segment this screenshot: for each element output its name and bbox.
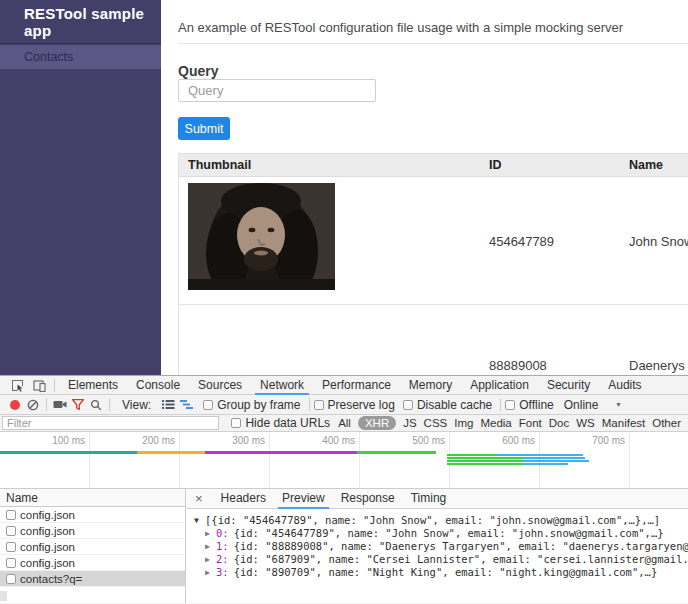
detail-tab-response[interactable]: Response	[333, 489, 403, 509]
checkbox-icon[interactable]	[6, 574, 16, 584]
json-root-line[interactable]: ▼ [{id: "454647789", name: "John Snow", …	[194, 514, 688, 527]
requests-panel: Name config.json config.json config.json…	[0, 489, 186, 603]
filter-type-css[interactable]: CSS	[424, 417, 448, 429]
record-icon[interactable]	[6, 397, 24, 413]
page-description: An example of RESTool configuration file…	[178, 20, 623, 35]
timeline-tick-label: 500 ms	[385, 435, 445, 446]
filter-type-img[interactable]: Img	[454, 417, 473, 429]
checkbox-icon[interactable]	[6, 542, 16, 552]
devtools-tab-network[interactable]: Network	[251, 376, 313, 395]
hide-data-urls-label: Hide data URLs	[245, 416, 330, 430]
network-overview-timeline[interactable]: 100 ms200 ms300 ms400 ms500 ms600 ms700 …	[0, 432, 688, 489]
filter-type-manifest[interactable]: Manifest	[602, 417, 645, 429]
filter-type-doc[interactable]: Doc	[549, 417, 569, 429]
filter-input[interactable]	[2, 416, 219, 430]
checkbox-icon[interactable]	[231, 418, 241, 428]
submit-button[interactable]: Submit	[178, 117, 230, 140]
expanded-arrow-icon[interactable]: ▼	[194, 514, 205, 527]
json-index: 3:	[216, 566, 229, 579]
detail-tab-preview[interactable]: Preview	[274, 489, 333, 509]
json-item-line[interactable]: ▶ 1: {id: "88889008", name: "Daenerys Ta…	[194, 540, 688, 553]
json-item-line[interactable]: ▶ 0: {id: "454647789", name: "John Snow"…	[194, 527, 688, 540]
timeline-gridline	[179, 432, 180, 488]
timeline-gridline	[269, 432, 270, 488]
throttling-value: Online	[564, 398, 599, 412]
capture-screenshots-icon[interactable]	[51, 397, 69, 413]
request-row-config-json[interactable]: config.json	[0, 539, 185, 555]
checkbox-icon[interactable]	[505, 400, 515, 410]
overview-activity-segment	[137, 451, 205, 454]
checkbox-icon[interactable]	[314, 400, 324, 410]
device-toolbar-icon[interactable]	[28, 377, 50, 393]
filter-type-xhr[interactable]: XHR	[358, 416, 396, 430]
devtools-tab-application[interactable]: Application	[461, 376, 538, 395]
request-label: config.json	[20, 525, 75, 537]
hide-data-urls-checkbox[interactable]: Hide data URLs	[231, 416, 338, 430]
query-input[interactable]	[178, 79, 376, 102]
json-item-line[interactable]: ▶ 2: {id: "687909", name: "Cersei Lannis…	[194, 553, 688, 566]
devtools-tab-performance[interactable]: Performance	[313, 376, 400, 395]
json-text: {id: "454647789", name: "John Snow", ema…	[234, 527, 664, 540]
disable-cache-checkbox[interactable]: Disable cache	[403, 398, 492, 412]
checkbox-icon[interactable]	[6, 526, 16, 536]
devtools-tab-security[interactable]: Security	[538, 376, 599, 395]
collapsed-arrow-icon[interactable]: ▶	[205, 540, 216, 553]
query-label: Query	[178, 63, 218, 79]
overview-activity-segment	[357, 451, 436, 454]
separator	[46, 398, 47, 411]
scrollbar-thumb[interactable]	[0, 591, 7, 601]
request-row-contacts[interactable]: contacts?q=	[0, 571, 185, 587]
detail-tab-timing[interactable]: Timing	[403, 489, 455, 509]
john-snow-thumbnail-image	[188, 183, 335, 290]
devtools-tab-audits[interactable]: Audits	[599, 376, 650, 395]
group-by-frame-label: Group by frame	[217, 398, 300, 412]
checkbox-icon[interactable]	[203, 400, 213, 410]
filter-funnel-icon[interactable]	[69, 397, 87, 413]
devtools-tab-elements[interactable]: Elements	[59, 376, 127, 395]
filter-type-ws[interactable]: WS	[576, 417, 595, 429]
column-header-name: Name	[629, 158, 663, 172]
filter-type-other[interactable]: Other	[652, 417, 681, 429]
request-row-config-json[interactable]: config.json	[0, 507, 185, 523]
waterfall-request-bar	[447, 463, 523, 465]
waterfall-download-bar	[523, 460, 589, 462]
json-text: [{id: "454647789", name: "John Snow", em…	[205, 514, 660, 527]
preserve-log-checkbox[interactable]: Preserve log	[314, 398, 395, 412]
json-text: {id: "687909", name: "Cersei Lannister",…	[234, 553, 688, 566]
group-by-frame-checkbox[interactable]: Group by frame	[203, 398, 300, 412]
devtools-tab-console[interactable]: Console	[127, 376, 189, 395]
checkbox-icon[interactable]	[403, 400, 413, 410]
throttling-dropdown[interactable]: Online ▾	[564, 398, 621, 412]
timeline-gridline	[359, 432, 360, 488]
request-row-config-json[interactable]: config.json	[0, 555, 185, 571]
collapsed-arrow-icon[interactable]: ▶	[205, 527, 216, 540]
collapsed-arrow-icon[interactable]: ▶	[205, 566, 216, 579]
overview-activity-segment	[0, 451, 137, 454]
offline-checkbox[interactable]: Offline	[505, 398, 553, 412]
waterfall-view-icon[interactable]	[177, 397, 195, 413]
search-icon[interactable]	[87, 397, 105, 413]
clear-icon[interactable]	[24, 397, 42, 413]
close-icon[interactable]: ×	[195, 492, 203, 505]
list-view-icon[interactable]	[159, 397, 177, 413]
table-row: 454647789 John Snow	[179, 177, 688, 305]
collapsed-arrow-icon[interactable]: ▶	[205, 553, 216, 566]
filter-type-font[interactable]: Font	[519, 417, 542, 429]
inspect-element-icon[interactable]	[6, 377, 28, 393]
restool-app: RESTool sample app Contacts An example o…	[0, 0, 688, 375]
filter-type-all[interactable]: All	[338, 417, 351, 429]
filter-type-js[interactable]: JS	[403, 417, 416, 429]
request-row-config-json[interactable]: config.json	[0, 523, 185, 539]
checkbox-icon[interactable]	[6, 510, 16, 520]
disable-cache-label: Disable cache	[417, 398, 492, 412]
view-label: View:	[122, 398, 151, 412]
devtools-tab-memory[interactable]: Memory	[400, 376, 461, 395]
detail-tabbar: × Headers Preview Response Timing	[187, 489, 688, 509]
request-detail-panel: × Headers Preview Response Timing ▼ [{id…	[187, 489, 688, 603]
devtools-tab-sources[interactable]: Sources	[189, 376, 251, 395]
json-item-line[interactable]: ▶ 3: {id: "890709", name: "Night King", …	[194, 566, 688, 579]
detail-tab-headers[interactable]: Headers	[213, 489, 274, 509]
sidebar-item-contacts[interactable]: Contacts	[0, 45, 161, 69]
filter-type-media[interactable]: Media	[480, 417, 511, 429]
checkbox-icon[interactable]	[6, 558, 16, 568]
